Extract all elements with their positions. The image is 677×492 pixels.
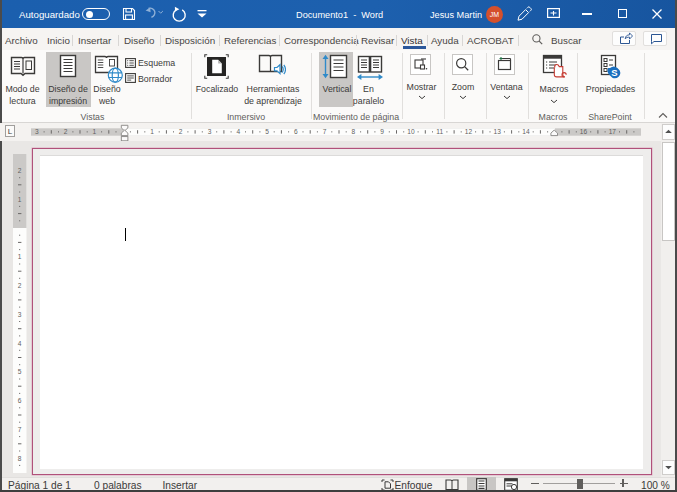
svg-text:9: 9: [380, 128, 384, 135]
svg-text:7: 7: [18, 426, 22, 433]
svg-text:7: 7: [323, 128, 327, 135]
svg-text:6: 6: [294, 128, 298, 135]
svg-text:S: S: [611, 67, 617, 78]
svg-text:16: 16: [580, 128, 588, 135]
svg-text:4: 4: [18, 340, 22, 347]
svg-text:1: 1: [18, 253, 22, 260]
svg-text:3: 3: [208, 128, 212, 135]
svg-text:1: 1: [18, 196, 22, 203]
svg-text:2: 2: [18, 282, 22, 289]
svg-text:5: 5: [18, 368, 22, 375]
svg-text:3: 3: [35, 128, 39, 135]
svg-text:1: 1: [150, 128, 154, 135]
svg-text:5: 5: [265, 128, 269, 135]
svg-text:12: 12: [465, 128, 473, 135]
svg-text:14: 14: [522, 128, 530, 135]
svg-text:2: 2: [18, 167, 22, 174]
svg-text:1: 1: [93, 128, 97, 135]
svg-text:6: 6: [18, 397, 22, 404]
svg-text:4: 4: [236, 128, 240, 135]
svg-text:8: 8: [352, 128, 356, 135]
svg-text:13: 13: [494, 128, 502, 135]
svg-text:2: 2: [179, 128, 183, 135]
svg-text:17: 17: [609, 128, 617, 135]
svg-text:8: 8: [18, 455, 22, 462]
svg-text:11: 11: [436, 128, 443, 135]
svg-text:2: 2: [64, 128, 68, 135]
svg-text:3: 3: [18, 311, 22, 318]
svg-text:10: 10: [407, 128, 415, 135]
